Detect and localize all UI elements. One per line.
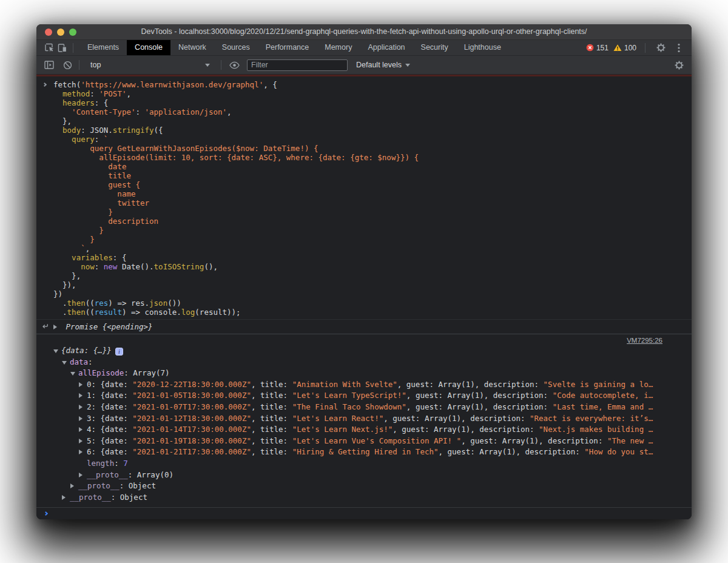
expand-toggle-icon[interactable] [79,473,83,477]
divider [645,43,645,53]
expand-toggle-icon[interactable] [53,349,58,353]
expand-toggle-icon[interactable] [70,372,75,376]
code-line: query: ` [53,135,692,144]
minimize-window-button[interactable] [57,29,64,36]
object-tree: {data: {…}}idata:allEpisode: Array(7)0: … [36,345,692,503]
tree-row[interactable]: 3: {date: "2021-01-12T18:30:00.000Z", ti… [36,413,692,425]
error-icon [586,44,594,52]
expand-toggle-icon[interactable] [62,361,67,365]
code-line: .then((result) => console.log(result)); [53,308,692,317]
divider [73,43,73,53]
expand-toggle-icon[interactable] [79,439,83,443]
expand-toggle-icon[interactable] [79,416,83,421]
tree-row[interactable]: 4: {date: "2021-01-14T17:30:00.000Z", ti… [36,424,692,436]
tab-sources[interactable]: Sources [214,40,258,55]
expand-toggle-icon[interactable] [79,382,83,387]
device-toolbar-icon[interactable] [56,41,69,55]
console-log-entry: VM7295:26 {data: {…}}idata:allEpisode: A… [36,334,692,503]
expand-toggle-icon[interactable] [79,405,83,410]
tab-console[interactable]: Console [127,40,170,55]
code-line: guest { [53,180,692,189]
info-icon[interactable]: i [115,348,123,356]
warning-count-badge[interactable]: 100 [613,44,636,52]
tree-row[interactable]: 5: {date: "2021-01-19T18:30:00.000Z", ti… [36,436,692,447]
console-prompt[interactable] [36,507,692,519]
code-line: }) [53,289,692,298]
tree-row[interactable]: allEpisode: Array(7) [36,368,692,379]
inspect-element-icon[interactable] [42,41,56,55]
code-line: }, [53,116,692,126]
error-count-badge[interactable]: 151 [586,44,608,52]
devtools-tabs: ElementsConsoleNetworkSourcesPerformance… [79,40,509,55]
code-line: allEpisode(limit: 10, sort: {date: ASC},… [53,153,692,162]
console-result-entry: Promise {<pending>} [36,319,692,334]
zoom-window-button[interactable] [69,29,76,36]
close-window-button[interactable] [45,29,52,36]
expand-toggle-icon[interactable] [62,495,66,500]
error-count: 151 [596,44,608,52]
tree-row[interactable]: __proto__: Array(0) [36,470,692,481]
expand-toggle-icon[interactable] [79,427,83,432]
tab-performance[interactable]: Performance [258,40,317,55]
code-line: }), [53,280,692,289]
expand-toggle-icon[interactable] [79,450,83,454]
expand-toggle-icon[interactable] [70,484,74,488]
code-line: } [53,226,692,235]
code-line: variables: { [53,253,692,262]
filter-input[interactable] [247,59,348,71]
command-code: fetch('https://www.learnwithjason.dev/gr… [53,80,692,317]
code-line: date [53,162,692,171]
devtools-window: DevTools - localhost:3000/blog/2020/12/2… [36,24,692,519]
prompt-chevron-icon [44,511,48,516]
code-line: .then((res) => res.json()) [53,298,692,308]
source-link[interactable]: VM7295:26 [627,337,662,344]
code-line: }, [53,271,692,280]
javascript-context-dropdown[interactable]: top [84,56,215,74]
tree-row[interactable]: 6: {date: "2021-01-21T17:30:00.000Z", ti… [36,447,692,458]
tab-memory[interactable]: Memory [317,40,360,55]
tree-row[interactable]: 1: {date: "2021-01-05T18:30:00.000Z", ti… [36,390,692,402]
code-line: method: 'POST', [53,89,692,98]
tab-network[interactable]: Network [170,40,214,55]
console-toolbar: top Default levels [36,56,692,75]
tab-security[interactable]: Security [413,40,456,55]
levels-label: Default levels [356,61,402,69]
tabbar-right-controls: 151 100 [586,41,692,55]
tree-row[interactable]: 0: {date: "2020-12-22T18:30:00.000Z", ti… [36,379,692,391]
console-settings-gear-icon[interactable] [672,58,686,72]
log-levels-dropdown[interactable]: Default levels [356,61,410,69]
settings-gear-icon[interactable] [654,41,667,55]
code-line: 'Content-Type': 'application/json', [53,107,692,116]
tree-row[interactable]: 2: {date: "2021-01-07T17:30:00.000Z", ti… [36,402,692,413]
expand-toggle-icon[interactable] [53,325,57,329]
code-line: now: new Date().toISOString(), [53,262,692,271]
page-background: DevTools - localhost:3000/blog/2020/12/2… [0,0,728,563]
tab-application[interactable]: Application [360,40,413,55]
warning-icon [613,44,622,52]
code-line: headers: { [53,98,692,107]
live-expression-eye-icon[interactable] [228,58,241,72]
devtools-tabbar: ElementsConsoleNetworkSourcesPerformance… [36,40,692,56]
command-chevron-icon [42,83,47,87]
console-sidebar-toggle-icon[interactable] [42,58,56,72]
code-line: } [53,207,692,217]
titlebar: DevTools - localhost:3000/blog/2020/12/2… [36,24,692,40]
expand-toggle-icon[interactable] [79,393,83,398]
tree-row[interactable]: {data: {…}}i [36,345,692,357]
tree-row[interactable]: data: [36,357,692,368]
tree-row[interactable]: __proto__: Object [36,480,692,492]
chevron-down-icon [205,64,210,67]
code-line: title [53,171,692,180]
tab-elements[interactable]: Elements [79,40,127,55]
divider [79,60,79,70]
more-options-icon[interactable] [672,41,686,55]
warning-count: 100 [624,44,636,52]
code-line: `, [53,244,692,253]
clear-console-icon[interactable] [61,58,74,72]
promise-result-text: Promise {<pending>} [66,322,153,331]
tree-row[interactable]: __proto__: Object [36,492,692,504]
return-value-icon [41,323,49,330]
tab-lighthouse[interactable]: Lighthouse [456,40,509,55]
context-label: top [90,61,101,69]
tree-row: length: 7 [36,458,692,470]
